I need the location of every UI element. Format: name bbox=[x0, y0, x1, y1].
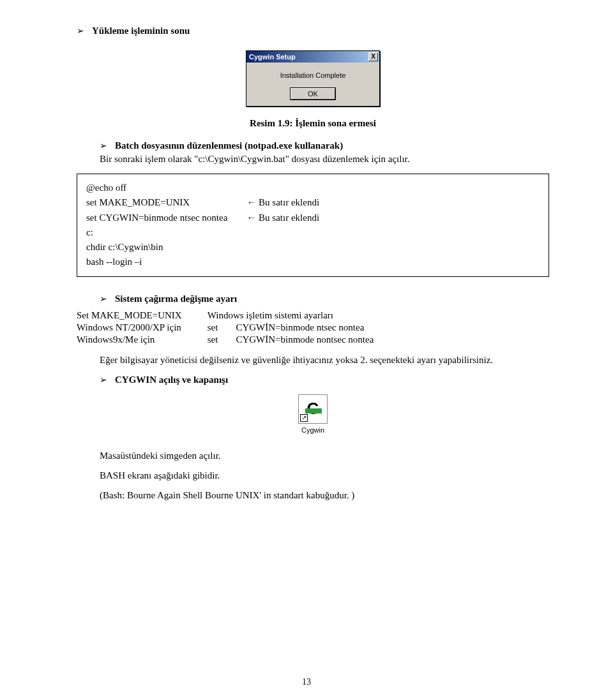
heading-open-close: ➢ CYGWIN açılış ve kapanışı bbox=[100, 375, 549, 385]
code-note: ← Bu satır eklendi bbox=[246, 195, 319, 210]
def-set: set bbox=[208, 322, 236, 334]
def-key: Windows NT/2000/XP için bbox=[77, 322, 208, 334]
dialog-body: Installation Complete OK bbox=[246, 63, 379, 106]
cygwin-setup-dialog: Cygwin Setup X Installation Complete OK bbox=[246, 50, 380, 107]
code-line: @echo off bbox=[86, 181, 246, 195]
icon-label: Cygwin bbox=[295, 426, 331, 434]
cygwin-shortcut-icon: C ↗ bbox=[298, 394, 328, 424]
heading-batch: ➢ Batch dosyasının düzenlenmesi (notpad.… bbox=[100, 140, 549, 151]
dialog-title: Cygwin Setup bbox=[249, 53, 296, 61]
code-line: c: bbox=[86, 225, 246, 240]
table-row: Windows NT/2000/XP için set CYGWİN=binmo… bbox=[77, 322, 379, 334]
desktop-line: Masaüstündeki simgeden açılır. bbox=[100, 451, 549, 461]
bash-note: (Bash: Bourne Again Shell Bourne UNIX' i… bbox=[100, 490, 549, 501]
figure-caption: Resim 1.9: İşlemin sona ermesi bbox=[77, 118, 549, 129]
code-line: set CYGWIN=binmode ntsec nontea bbox=[86, 211, 246, 225]
dialog-titlebar: Cygwin Setup X bbox=[246, 51, 379, 63]
code-line: bash --login –i bbox=[86, 255, 246, 269]
definition-table: Set MAKE_MODE=UNIX Windows işletim siste… bbox=[77, 309, 379, 346]
open-close-heading-text: CYGWIN açılış ve kapanışı bbox=[115, 375, 228, 385]
bullet-arrow-icon: ➢ bbox=[77, 26, 84, 36]
sistem-heading-text: Sistem çağırma değişme ayarı bbox=[115, 294, 237, 304]
ok-button[interactable]: OK bbox=[291, 88, 335, 100]
def-key: Set MAKE_MODE=UNIX bbox=[77, 309, 208, 322]
table-row: Set MAKE_MODE=UNIX Windows işletim siste… bbox=[77, 309, 379, 322]
code-note: ← Bu satır eklendi bbox=[246, 211, 319, 225]
bullet-arrow-icon: ➢ bbox=[100, 140, 107, 151]
cygwin-icon-figure: C ↗ Cygwin bbox=[77, 394, 549, 434]
admin-paragraph: Eğer bilgisayar yöneticisi değilseniz ve… bbox=[100, 355, 549, 366]
batch-heading-text: Batch dosyasının düzenlenmesi (notpad.ex… bbox=[115, 140, 343, 151]
heading-text: Yükleme işleminin sonu bbox=[92, 26, 190, 36]
def-set: set bbox=[208, 334, 236, 346]
batch-paragraph: Bir sonraki işlem olarak "c:\Cygwin\Cygw… bbox=[100, 154, 549, 165]
dialog-message: Installation Complete bbox=[252, 71, 374, 79]
shortcut-badge-icon: ↗ bbox=[300, 414, 308, 422]
cygwin-desktop-icon[interactable]: C ↗ Cygwin bbox=[295, 394, 331, 434]
def-key: Windows9x/Me için bbox=[77, 334, 208, 346]
bash-line: BASH ekranı aşağıdaki gibidir. bbox=[100, 470, 549, 481]
dialog-figure: Cygwin Setup X Installation Complete OK bbox=[77, 50, 549, 107]
close-icon[interactable]: X bbox=[368, 52, 378, 61]
def-val: CYGWİN=binmode ntsec nontea bbox=[236, 322, 379, 334]
code-line: chdir c:\Cygwin\bin bbox=[86, 240, 246, 255]
def-val: CYGWİN=binmode nontsec nontea bbox=[236, 334, 379, 346]
page-number: 13 bbox=[0, 677, 613, 687]
bullet-arrow-icon: ➢ bbox=[100, 375, 107, 385]
heading-yukleme: ➢ Yükleme işleminin sonu bbox=[77, 26, 549, 36]
bullet-arrow-icon: ➢ bbox=[100, 294, 107, 304]
code-box: @echo off set MAKE_MODE=UNIX ← Bu satır … bbox=[77, 174, 549, 277]
def-val: Windows işletim sistemi ayarları bbox=[208, 309, 379, 322]
table-row: Windows9x/Me için set CYGWİN=binmode non… bbox=[77, 334, 379, 346]
heading-sistem: ➢ Sistem çağırma değişme ayarı bbox=[100, 294, 549, 304]
code-line: set MAKE_MODE=UNIX bbox=[86, 195, 246, 210]
